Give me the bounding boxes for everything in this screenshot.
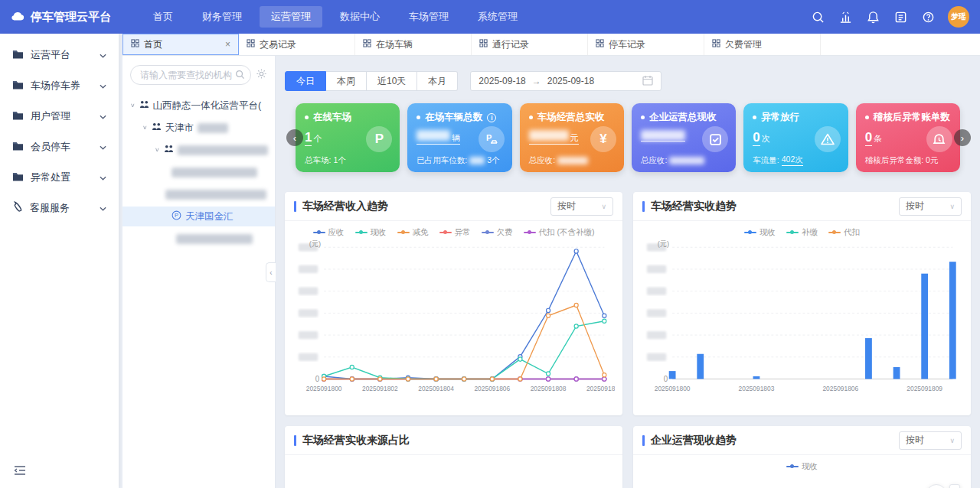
- interval-dropdown[interactable]: 按时∨: [550, 197, 613, 216]
- redacted-text: [469, 157, 485, 164]
- nav-item-home[interactable]: 首页: [142, 6, 185, 28]
- legend-item[interactable]: 现收: [744, 227, 776, 238]
- tree-expand-icon[interactable]: ∨: [142, 125, 148, 131]
- card-value: 0: [865, 130, 872, 146]
- main-nav: 首页 财务管理 运营管理 数据中心 车场管理 系统管理: [139, 0, 532, 34]
- carousel-next-button[interactable]: ›: [954, 129, 971, 146]
- legend-dash: [828, 232, 841, 234]
- interval-dropdown[interactable]: 按时∨: [899, 197, 962, 216]
- tree-node-district[interactable]: ∨: [122, 140, 275, 160]
- legend-item[interactable]: 现收: [355, 227, 387, 238]
- tree-expand-icon[interactable]: ∨: [130, 102, 136, 109]
- grid-icon: [479, 39, 488, 50]
- tab-pass-records[interactable]: 通行记录: [472, 34, 588, 55]
- legend-item[interactable]: 现收: [786, 461, 818, 472]
- org-tree-panel: ∨ 山西静态一体化运营平台( ∨ 天津市 ∨: [122, 56, 276, 488]
- org-icon: [152, 122, 162, 133]
- carousel-prev-button[interactable]: ‹: [286, 129, 303, 146]
- svg-text:P: P: [175, 212, 178, 219]
- legend-item[interactable]: 异常: [439, 227, 471, 238]
- legend-dash: [355, 232, 368, 234]
- clipboard-check-icon: [702, 126, 728, 152]
- sidebar-item-customer-service[interactable]: 客服服务: [0, 197, 119, 218]
- calendar-icon: [642, 75, 653, 88]
- date-range-picker[interactable]: 2025-09-18 → 2025-09-18: [470, 71, 662, 91]
- svg-text:2025091800: 2025091800: [655, 385, 691, 392]
- card-title: 在线车场: [313, 111, 351, 124]
- phone-icon: [12, 201, 23, 214]
- nav-item-system[interactable]: 系统管理: [466, 6, 529, 28]
- tree-node-root[interactable]: ∨ 山西静态一体化运营平台(: [122, 96, 275, 115]
- logs-icon[interactable]: [893, 9, 908, 24]
- help-icon[interactable]: [920, 9, 936, 24]
- tab-home[interactable]: 首页 ×: [122, 34, 239, 55]
- quick-filter-today[interactable]: 今日: [285, 71, 326, 91]
- svg-text:0: 0: [315, 374, 320, 382]
- legend-item[interactable]: 应收: [313, 227, 345, 238]
- tab-onsite-vehicles[interactable]: 在场车辆: [355, 34, 472, 55]
- gear-icon[interactable]: [256, 68, 267, 83]
- nav-item-operation[interactable]: 运营管理: [260, 6, 322, 28]
- nav-item-finance[interactable]: 财务管理: [191, 6, 253, 28]
- legend-item[interactable]: 欠费: [482, 227, 513, 238]
- sidebar-item-operation-platform[interactable]: 运营平台: [0, 44, 119, 65]
- date-start[interactable]: 2025-09-18: [479, 76, 525, 86]
- folder-icon: [12, 49, 24, 61]
- quick-filter-week[interactable]: 本周: [326, 71, 367, 91]
- date-end[interactable]: 2025-09-18: [547, 76, 594, 86]
- help-icon[interactable]: ?: [926, 484, 946, 488]
- sidebar-item-label: 客服服务: [30, 201, 70, 215]
- tree-node[interactable]: [122, 162, 275, 182]
- legend-item[interactable]: 代扣: [828, 227, 860, 238]
- sidebar-item-member-parking[interactable]: 会员停车: [0, 136, 119, 157]
- chevron-down-icon: ∨: [949, 437, 955, 444]
- legend-item[interactable]: 代扣 (不含补缴): [524, 227, 595, 238]
- tab-parking-records[interactable]: 停车记录: [588, 34, 704, 55]
- quick-filter-month[interactable]: 本月: [417, 71, 458, 91]
- legend-dash: [524, 232, 536, 234]
- chevron-down-icon: [100, 80, 106, 91]
- range-separator: →: [532, 76, 541, 86]
- folder-icon: [12, 110, 24, 122]
- org-search-input[interactable]: [130, 65, 251, 85]
- tree-node[interactable]: [122, 229, 275, 249]
- tree-expand-icon[interactable]: ∨: [155, 147, 160, 153]
- card-unit: 次: [762, 133, 770, 145]
- tree-node-city[interactable]: ∨ 天津市: [122, 118, 275, 138]
- chart-panel-paid-trend: 车场经营实收趋势 按时∨ 现收补缴代扣 0(元)2025091800202509…: [633, 192, 971, 415]
- tree-collapse-handle[interactable]: ‹: [266, 262, 276, 282]
- sidebar-item-user-mgmt[interactable]: 用户管理: [0, 106, 119, 126]
- panel-accent: [294, 201, 296, 212]
- card-value: 1: [305, 130, 312, 146]
- chevron-down-icon: [100, 49, 106, 60]
- info-icon[interactable]: i: [487, 113, 496, 122]
- tab-transactions[interactable]: 交易记录: [239, 34, 355, 55]
- search-icon[interactable]: [810, 9, 825, 24]
- bell-icon[interactable]: [865, 9, 880, 24]
- line-chart: 0(元)202509180020250918022025091804202509…: [292, 239, 615, 396]
- sidebar-item-exception-handling[interactable]: 异常处置: [0, 167, 119, 187]
- interval-dropdown[interactable]: 按时∨: [899, 431, 962, 450]
- tab-arrears-mgmt[interactable]: 欠费管理: [704, 34, 821, 55]
- expand-right-icon[interactable]: ›: [949, 484, 960, 488]
- nav-item-data-center[interactable]: 数据中心: [328, 6, 391, 28]
- sidebar-item-parking-coupon[interactable]: 车场停车券: [0, 75, 119, 96]
- redacted-text: [557, 157, 588, 164]
- tree-node[interactable]: [122, 184, 275, 204]
- close-icon[interactable]: ×: [225, 39, 230, 50]
- data-board-icon[interactable]: [838, 9, 853, 24]
- user-avatar[interactable]: 梦瑶: [948, 6, 969, 28]
- stat-card-onsite-vehicles: 在场车辆总数i 辆 已占用车位数:3个 P: [407, 103, 511, 172]
- nav-item-parking-mgmt[interactable]: 车场管理: [397, 6, 460, 28]
- sidebar-collapse-icon[interactable]: [14, 465, 26, 479]
- tree-node-tianjin-guojinhui[interactable]: P 天津国金汇: [122, 207, 275, 226]
- folder-icon: [12, 171, 24, 184]
- redacted-value: [641, 130, 685, 141]
- legend-item[interactable]: 补缴: [786, 227, 818, 238]
- legend-item[interactable]: 减免: [397, 227, 429, 238]
- stat-card-enterprise-cash: 企业运营总现收 总应收:: [632, 103, 736, 172]
- panel-title: 车场经营实收来源占比: [302, 434, 410, 447]
- chart-legend: 应收现收减免异常欠费代扣 (不含补缴): [292, 227, 615, 238]
- quick-filter-10days[interactable]: 近10天: [367, 71, 417, 91]
- panel-accent: [294, 435, 296, 446]
